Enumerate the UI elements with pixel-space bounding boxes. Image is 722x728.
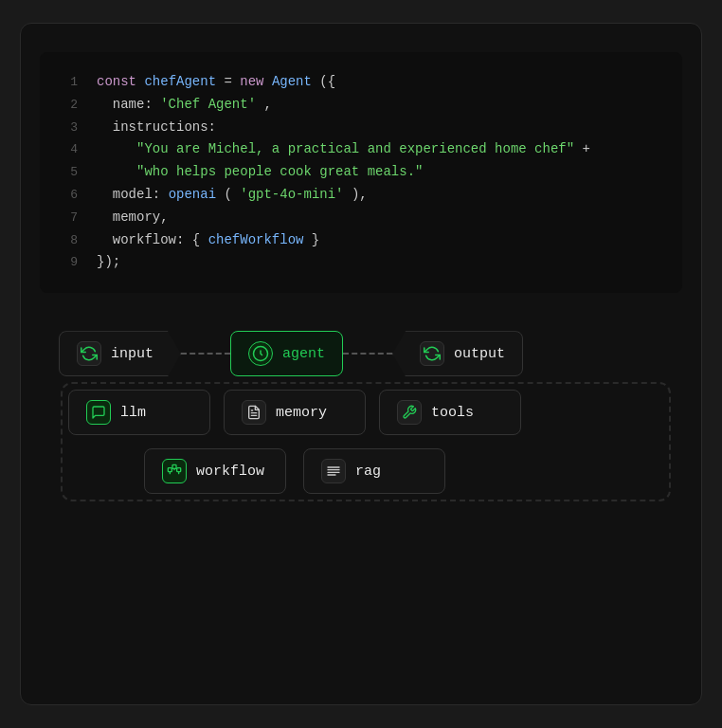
code-content-1: const chefAgent = new Agent ({ (97, 71, 335, 94)
line-num-3: 3 (55, 118, 78, 138)
code-content-2: name: 'Chef Agent' , (97, 94, 272, 117)
workflow-icon (162, 459, 187, 483)
code-content-3: instructions: (97, 117, 216, 139)
line-num-6: 6 (55, 185, 78, 206)
llm-node[interactable]: llm (68, 390, 210, 435)
llm-icon (86, 400, 111, 425)
code-line-7: 7 memory, (55, 207, 667, 229)
line-num-8: 8 (55, 230, 78, 251)
line-num-5: 5 (55, 162, 78, 183)
output-node[interactable]: output (392, 331, 523, 376)
code-line-2: 2 name: 'Chef Agent' , (55, 94, 667, 117)
input-icon (77, 341, 101, 366)
connector-2 (343, 353, 392, 355)
line-num-7: 7 (55, 208, 78, 228)
code-line-8: 8 workflow: { chefWorkflow } (55, 229, 667, 252)
line-num-2: 2 (55, 95, 78, 116)
line-num-9: 9 (55, 252, 78, 273)
code-content-5: "who helps people cook great meals." (97, 161, 423, 184)
input-label: input (111, 346, 153, 362)
output-label: output (454, 346, 505, 362)
code-line-3: 3 instructions: (55, 117, 667, 139)
memory-node[interactable]: memory (224, 390, 366, 435)
memory-icon (242, 400, 266, 425)
code-line-6: 6 model: openai ( 'gpt-4o-mini' ), (55, 184, 667, 207)
agent-label: agent (282, 346, 325, 362)
line-num-4: 4 (55, 139, 78, 160)
workflow-label: workflow (196, 464, 264, 480)
code-content-4: "You are Michel, a practical and experie… (97, 138, 590, 161)
code-line-1: 1 const chefAgent = new Agent ({ (55, 71, 667, 94)
rag-label: rag (355, 464, 381, 480)
tools-icon (397, 400, 422, 425)
output-icon (420, 341, 444, 366)
code-line-5: 5 "who helps people cook great meals." (55, 161, 667, 184)
workflow-node[interactable]: workflow (144, 448, 286, 494)
agent-icon (248, 341, 273, 366)
line-num-1: 1 (55, 72, 78, 93)
llm-label: llm (120, 405, 146, 421)
input-node[interactable]: input (59, 331, 181, 376)
main-container: 1 const chefAgent = new Agent ({ 2 name:… (20, 23, 702, 705)
code-content-7: memory, (97, 207, 169, 229)
code-content-6: model: openai ( 'gpt-4o-mini' ), (97, 184, 368, 207)
diagram: input agent (40, 331, 682, 494)
tools-label: tools (431, 405, 474, 421)
rag-node[interactable]: rag (303, 448, 445, 494)
code-content-8: workflow: { chefWorkflow } (97, 229, 319, 252)
agent-node[interactable]: agent (230, 331, 343, 376)
code-line-9: 9 }); (55, 251, 667, 274)
rag-icon (321, 459, 346, 483)
code-editor: 1 const chefAgent = new Agent ({ 2 name:… (40, 52, 682, 293)
code-content-9: }); (97, 251, 120, 274)
connector-1 (181, 353, 230, 355)
memory-label: memory (276, 405, 327, 421)
code-line-4: 4 "You are Michel, a practical and exper… (55, 138, 667, 161)
tools-node[interactable]: tools (379, 390, 521, 435)
